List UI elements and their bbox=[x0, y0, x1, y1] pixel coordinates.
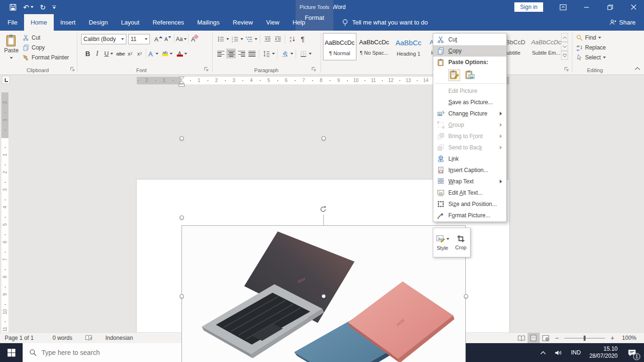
decrease-indent-button[interactable] bbox=[263, 34, 272, 44]
format-painter-button[interactable]: Format Painter bbox=[23, 54, 69, 61]
menu-item-cut[interactable]: Cut bbox=[433, 34, 506, 45]
rotation-handle[interactable] bbox=[319, 205, 327, 213]
menu-item-size-and-position[interactable]: Size and Position... bbox=[433, 198, 506, 210]
style--normal[interactable]: AaBbCcDc¶ Normal bbox=[323, 33, 356, 60]
clock[interactable]: 15.10 28/07/2020 bbox=[585, 346, 622, 360]
zoom-out-button[interactable]: − bbox=[552, 334, 561, 342]
italic-button[interactable]: I bbox=[92, 49, 102, 58]
language-indicator[interactable]: Indonesian bbox=[100, 333, 138, 343]
zoom-slider-thumb[interactable] bbox=[584, 336, 586, 341]
ribbon-display-options-icon[interactable] bbox=[553, 0, 573, 14]
vertical-ruler[interactable] bbox=[1, 138, 8, 332]
sign-in-button[interactable]: Sign in bbox=[514, 2, 543, 12]
style--no-spac-[interactable]: AaBbCcDc¶ No Spac... bbox=[357, 33, 391, 60]
selection-handle[interactable] bbox=[180, 215, 184, 220]
show-formatting-marks-button[interactable]: ¶ bbox=[298, 34, 307, 44]
tab-review[interactable]: Review bbox=[226, 14, 260, 31]
tab-mailings[interactable]: Mailings bbox=[190, 14, 226, 31]
increase-indent-button[interactable] bbox=[273, 34, 282, 44]
sort-button[interactable]: AZ bbox=[288, 34, 297, 44]
tab-layout[interactable]: Layout bbox=[115, 14, 146, 31]
copy-button[interactable]: Copy bbox=[23, 44, 69, 51]
redo-button[interactable]: ↻ bbox=[40, 4, 46, 11]
bold-button[interactable]: B bbox=[83, 49, 92, 58]
selection-handle[interactable] bbox=[180, 294, 184, 298]
tab-view[interactable]: View bbox=[259, 14, 286, 31]
selection-handle[interactable] bbox=[180, 136, 184, 140]
crop-button[interactable]: Crop bbox=[452, 228, 470, 257]
align-left-button[interactable] bbox=[216, 49, 225, 58]
save-icon[interactable] bbox=[9, 4, 17, 11]
zoom-level[interactable]: 100% bbox=[617, 333, 644, 343]
shading-button[interactable] bbox=[280, 49, 289, 58]
menu-item-copy[interactable]: Copy bbox=[433, 45, 506, 57]
shrink-font-button[interactable]: A bbox=[163, 34, 173, 44]
menu-item-change-picture[interactable]: Change Picture bbox=[433, 108, 506, 119]
bullets-button[interactable] bbox=[216, 34, 225, 44]
tab-file[interactable]: File bbox=[0, 14, 24, 31]
menu-item-save-as-picture[interactable]: Save as Picture... bbox=[433, 97, 506, 108]
cut-button[interactable]: Cut bbox=[23, 34, 69, 41]
zoom-slider[interactable] bbox=[564, 338, 605, 338]
hanging-indent-marker[interactable] bbox=[179, 80, 185, 84]
volume-icon[interactable] bbox=[550, 343, 567, 362]
styles-scroll-up-icon[interactable] bbox=[561, 33, 568, 42]
numbering-button[interactable]: 123 bbox=[230, 34, 239, 44]
menu-item-bring-to-front[interactable]: Bring to Front bbox=[433, 131, 506, 142]
text-highlight-button[interactable]: ab bbox=[160, 49, 170, 58]
selection-handle[interactable] bbox=[322, 136, 326, 140]
font-color-button[interactable]: A bbox=[175, 49, 184, 58]
zoom-in-button[interactable]: + bbox=[608, 334, 617, 342]
input-language-indicator[interactable]: IND bbox=[567, 343, 585, 362]
select-button[interactable]: Select bbox=[576, 54, 606, 61]
share-button[interactable]: Share bbox=[609, 14, 636, 31]
clipboard-dialog-launcher-icon[interactable] bbox=[70, 66, 76, 73]
menu-item-format-picture[interactable]: Format Picture... bbox=[433, 210, 506, 221]
search-input[interactable] bbox=[41, 349, 159, 356]
menu-item-edit-alt-text[interactable]: Edit Alt Text... bbox=[433, 187, 506, 198]
read-mode-button[interactable] bbox=[515, 333, 528, 343]
align-right-button[interactable] bbox=[237, 49, 246, 58]
tell-me-box[interactable]: Tell me what you want to do bbox=[342, 14, 428, 31]
restore-button[interactable] bbox=[600, 0, 620, 14]
paste-button[interactable]: Paste bbox=[3, 33, 20, 71]
styles-more-icon[interactable] bbox=[561, 51, 568, 60]
web-layout-button[interactable] bbox=[540, 333, 552, 343]
menu-item-send-to-back[interactable]: Send to Back bbox=[433, 142, 506, 153]
style-subtle-em-[interactable]: AaBbCcDcSubtle Em... bbox=[529, 33, 563, 60]
clear-formatting-button[interactable]: A bbox=[190, 34, 199, 44]
tab-references[interactable]: References bbox=[146, 14, 190, 31]
tab-stop-selector[interactable] bbox=[2, 76, 10, 84]
style-heading-1[interactable]: AaBbCcHeading 1 bbox=[392, 33, 425, 60]
print-layout-button[interactable] bbox=[528, 333, 540, 343]
undo-button[interactable]: ↶ bbox=[23, 4, 33, 11]
tray-show-hidden-icons[interactable] bbox=[536, 343, 550, 362]
align-center-button[interactable] bbox=[226, 49, 236, 58]
font-size-combobox[interactable]: 11 bbox=[128, 34, 150, 44]
find-button[interactable]: Find bbox=[576, 34, 606, 41]
menu-item-group[interactable]: Group bbox=[433, 119, 506, 131]
start-button[interactable] bbox=[0, 343, 23, 362]
tab-format[interactable]: Format bbox=[296, 14, 333, 21]
underline-button[interactable]: U bbox=[102, 49, 111, 58]
replace-button[interactable]: abacReplace bbox=[576, 44, 606, 51]
justify-button[interactable] bbox=[247, 49, 256, 58]
word-count[interactable]: 0 words bbox=[48, 333, 77, 343]
menu-item-edit-picture[interactable]: Edit Picture bbox=[433, 85, 506, 97]
superscript-button[interactable]: x2 bbox=[135, 49, 144, 58]
menu-item-link[interactable]: Link bbox=[433, 153, 506, 165]
change-case-button[interactable]: Aa bbox=[176, 34, 187, 44]
first-line-indent-marker[interactable] bbox=[179, 76, 185, 80]
selection-handle[interactable] bbox=[322, 294, 326, 298]
line-spacing-button[interactable] bbox=[262, 49, 271, 58]
paste-as-picture-icon[interactable] bbox=[464, 69, 476, 81]
borders-button[interactable] bbox=[298, 49, 308, 58]
customize-qat-icon[interactable] bbox=[52, 6, 56, 9]
tab-insert[interactable]: Insert bbox=[54, 14, 83, 31]
paragraph-dialog-launcher-icon[interactable] bbox=[311, 66, 318, 73]
horizontal-ruler-left-margin[interactable] bbox=[137, 77, 182, 84]
styles-dialog-launcher-icon[interactable] bbox=[564, 66, 570, 73]
left-indent-marker[interactable] bbox=[179, 84, 185, 87]
collapse-ribbon-button[interactable] bbox=[635, 66, 640, 70]
action-center-icon[interactable]: 1 bbox=[622, 343, 642, 362]
